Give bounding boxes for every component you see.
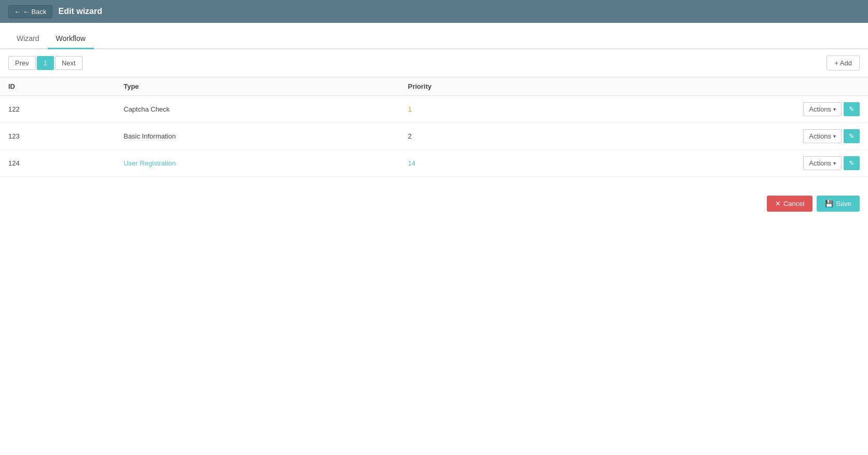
- col-type: Type: [115, 77, 399, 96]
- header-bar: ← ← Back Edit wizard: [0, 0, 868, 23]
- actions-dropdown-122[interactable]: Actions ▾: [803, 102, 842, 116]
- add-button[interactable]: + Add: [826, 56, 860, 71]
- next-button[interactable]: Next: [55, 56, 82, 70]
- tab-workflow[interactable]: Workflow: [48, 29, 94, 49]
- actions-cell-122: Actions ▾ ✎: [574, 102, 860, 116]
- edit-button-124[interactable]: ✎: [844, 156, 860, 170]
- cell-id-124: 124: [0, 150, 115, 177]
- save-disk-icon: 💾: [825, 200, 833, 208]
- cell-type-124: User Registration: [115, 150, 399, 177]
- pencil-icon: ✎: [849, 132, 855, 140]
- tabs-container: Wizard Workflow: [0, 23, 868, 49]
- edit-button-123[interactable]: ✎: [844, 129, 860, 143]
- prev-button[interactable]: Prev: [8, 56, 36, 70]
- back-button[interactable]: ← ← Back: [8, 5, 52, 18]
- actions-dropdown-124[interactable]: Actions ▾: [803, 156, 842, 170]
- col-id: ID: [0, 77, 115, 96]
- cancel-x-icon: ✕: [775, 200, 781, 208]
- actions-cell-123: Actions ▾ ✎: [574, 129, 860, 143]
- cell-id-123: 123: [0, 123, 115, 150]
- cell-actions-124: Actions ▾ ✎: [566, 150, 868, 177]
- actions-dropdown-123[interactable]: Actions ▾: [803, 129, 842, 143]
- cell-type-122: Captcha Check: [115, 96, 399, 123]
- chevron-down-icon: ▾: [833, 106, 836, 112]
- table-row: 123 Basic Information 2 Actions ▾: [0, 123, 868, 150]
- col-priority: Priority: [399, 77, 566, 96]
- save-button[interactable]: 💾 Save: [817, 196, 860, 212]
- col-actions-header: [566, 77, 868, 96]
- cell-priority-124: 14: [399, 150, 566, 177]
- actions-cell-124: Actions ▾ ✎: [574, 156, 860, 170]
- toolbar: Prev 1 Next + Add: [0, 49, 868, 77]
- main-content: Wizard Workflow Prev 1 Next + Add ID: [0, 23, 868, 455]
- chevron-down-icon: ▾: [833, 133, 836, 139]
- save-label: Save: [836, 200, 851, 208]
- cell-actions-122: Actions ▾ ✎: [566, 96, 868, 123]
- table-row: 124 User Registration 14 Actions ▾: [0, 150, 868, 177]
- pencil-icon: ✎: [849, 159, 855, 167]
- cell-id-122: 122: [0, 96, 115, 123]
- cancel-label: Cancel: [783, 200, 804, 208]
- page-title: Edit wizard: [59, 7, 102, 16]
- edit-button-122[interactable]: ✎: [844, 102, 860, 116]
- tab-wizard[interactable]: Wizard: [8, 29, 48, 49]
- cell-type-123: Basic Information: [115, 123, 399, 150]
- cell-priority-123: 2: [399, 123, 566, 150]
- pencil-icon: ✎: [849, 105, 855, 113]
- footer-actions: ✕ Cancel 💾 Save: [0, 187, 868, 220]
- chevron-down-icon: ▾: [833, 160, 836, 166]
- cell-actions-123: Actions ▾ ✎: [566, 123, 868, 150]
- back-arrow-icon: ←: [14, 8, 21, 16]
- cancel-button[interactable]: ✕ Cancel: [767, 196, 812, 212]
- table-header-row: ID Type Priority: [0, 77, 868, 96]
- table-body: 122 Captcha Check 1 Actions ▾ ✎: [0, 96, 868, 177]
- back-label: ← Back: [23, 8, 47, 16]
- data-table: ID Type Priority 122 Captcha Check: [0, 77, 868, 177]
- page-1-button[interactable]: 1: [37, 56, 54, 70]
- pagination: Prev 1 Next: [8, 56, 82, 70]
- table-row: 122 Captcha Check 1 Actions ▾ ✎: [0, 96, 868, 123]
- cell-priority-122: 1: [399, 96, 566, 123]
